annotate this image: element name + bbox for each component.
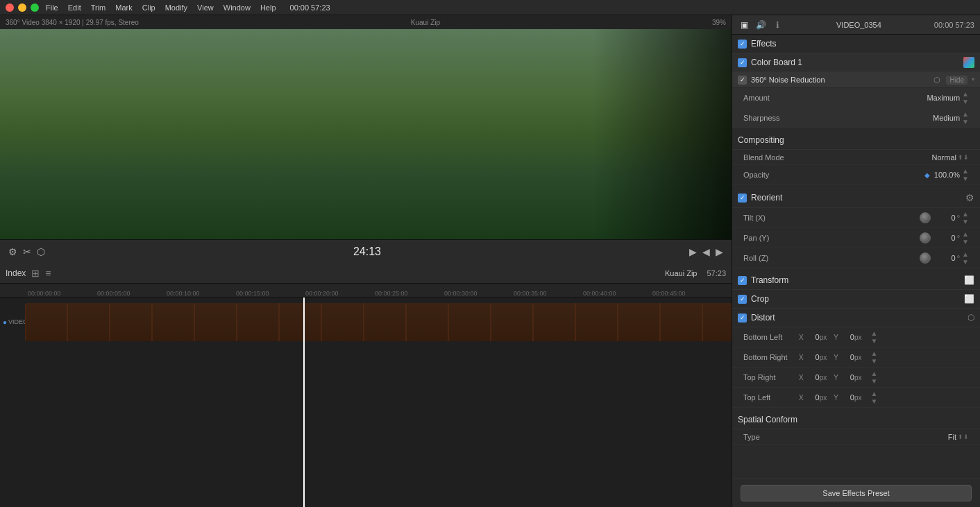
bottom-left-x-value: 0 [806, 333, 820, 341]
crop-icon[interactable]: ⬜ [964, 294, 974, 304]
video-area: 360° Video 3840 × 1920 | 29.97 fps, Ster… [0, 15, 732, 507]
spatial-conform-section-header: Spatial Conform [732, 411, 980, 429]
timeline-list-icon[interactable]: ≡ [45, 268, 51, 279]
distort-checkbox[interactable] [738, 313, 747, 323]
menu-item-window[interactable]: Window [223, 3, 251, 12]
distort-icon[interactable]: ⬡ [968, 313, 974, 323]
titlebar: File Edit Trim Mark Clip Modify View Win… [0, 0, 980, 15]
inspector-audio-icon[interactable]: 🔊 [754, 19, 767, 31]
color-board-checkbox[interactable] [738, 58, 747, 67]
blend-mode-row: Blend Mode Normal ⬆⬇ [732, 150, 980, 165]
noise-reduction-checkbox[interactable] [738, 76, 747, 85]
spatial-conform-title: Spatial Conform [738, 415, 974, 424]
ruler-tick-6: 00:00:30:00 [444, 290, 478, 297]
minimize-button[interactable] [18, 3, 26, 12]
menu-item-view[interactable]: View [197, 3, 214, 12]
video-track[interactable] [25, 303, 732, 341]
timeline-clip-name: Kuaui Zip [665, 269, 697, 277]
compositing-title: Compositing [738, 135, 974, 145]
top-right-y-label: Y [834, 374, 838, 381]
top-right-row: Top Right X 0 px Y 0 px ▲▼ [732, 368, 980, 388]
main-timecode: 00:00 57:23 [290, 3, 330, 12]
bottom-right-stepper[interactable]: ▲▼ [870, 350, 877, 365]
reorient-settings-icon[interactable]: ⚙ [965, 192, 974, 203]
inspector-video-icon[interactable]: ▣ [738, 19, 750, 31]
top-left-x-unit: px [820, 394, 827, 402]
amount-value: Maximum [918, 94, 960, 102]
menu-item-clip[interactable]: Clip [142, 3, 155, 12]
timeline-track-area[interactable]: ● VIDEO_0354 [0, 298, 732, 508]
pan-knob[interactable] [920, 232, 931, 243]
menu-item-file[interactable]: File [46, 3, 58, 12]
menu-item-help[interactable]: Help [260, 3, 276, 12]
timeline-header: Index ⊞ ≡ Kuaui Zip 57:23 [0, 264, 732, 284]
noise-reduction-expand-icon[interactable]: ▾ [972, 77, 974, 83]
top-left-row: Top Left X 0 px Y 0 px ▲▼ [732, 388, 980, 408]
inspector-body[interactable]: Effects Color Board 1 360° Noise Reducti… [732, 35, 980, 479]
crop-title: Crop [751, 294, 960, 304]
fullscreen-button[interactable] [31, 3, 39, 12]
video-background [0, 29, 732, 239]
noise-reduction-row: 360° Noise Reduction ⬡ Hide ▾ [732, 72, 980, 88]
top-left-x-label: X [799, 394, 804, 402]
menu-item-mark[interactable]: Mark [115, 3, 132, 12]
roll-knob[interactable] [920, 252, 931, 264]
top-left-y-unit: px [854, 394, 862, 402]
settings-icon[interactable]: ⚙ [8, 246, 17, 257]
ruler-tick-5: 00:00:25:00 [375, 290, 408, 297]
menu-item-modify[interactable]: Modify [165, 3, 187, 12]
distort-section-header: Distort ⬡ [732, 309, 980, 327]
timeline-grid-icon[interactable]: ⊞ [31, 268, 40, 279]
inspector-info-icon[interactable]: ℹ [771, 19, 784, 31]
compositing-section-header: Compositing [732, 131, 980, 150]
transform-ctrl-icon[interactable]: ⬡ [37, 246, 45, 257]
pan-stepper[interactable]: ▲▼ [962, 230, 969, 246]
play-button[interactable]: ▶ [689, 246, 697, 257]
tilt-stepper[interactable]: ▲▼ [962, 210, 969, 225]
transform-icon[interactable]: ⬜ [964, 275, 974, 285]
sharpness-label: Sharpness [743, 114, 918, 122]
blend-mode-value[interactable]: Normal ⬆⬇ [932, 153, 969, 162]
menu-item-trim[interactable]: Trim [91, 3, 106, 12]
top-right-x-label: X [799, 374, 804, 381]
noise-reduction-screen-icon: ⬡ [932, 75, 942, 85]
clip-name-display: Kuaui Zip [411, 19, 440, 26]
noise-reduction-hide-button[interactable]: Hide [946, 76, 968, 85]
nav-right-icon[interactable]: ▶ [716, 246, 723, 257]
top-left-stepper[interactable]: ▲▼ [870, 390, 877, 405]
type-value[interactable]: Fit ⬆⬇ [948, 433, 969, 441]
crop-checkbox[interactable] [738, 295, 747, 304]
effects-title: Effects [751, 39, 974, 49]
bottom-left-stepper[interactable]: ▲▼ [870, 329, 877, 345]
nav-left-icon[interactable]: ◀ [702, 246, 710, 257]
menu-item-edit[interactable]: Edit [68, 3, 81, 12]
opacity-row: Opacity ◆ 100.0 % ▲▼ [732, 165, 980, 185]
clip-icon[interactable]: ✂ [23, 246, 31, 257]
roll-stepper[interactable]: ▲▼ [962, 250, 969, 266]
reorient-checkbox[interactable] [738, 194, 747, 203]
blend-mode-label: Blend Mode [743, 153, 932, 162]
inspector-icons: ▣ 🔊 ℹ [738, 19, 784, 31]
top-left-x-value: 0 [806, 393, 820, 402]
sharpness-value: Medium [918, 114, 960, 122]
video-overlay [593, 29, 732, 239]
transform-checkbox[interactable] [738, 276, 747, 285]
track-dot-icon: ● [3, 318, 7, 326]
amount-stepper[interactable]: ▲▼ [962, 90, 969, 105]
bottom-left-y-unit: px [854, 334, 862, 341]
ruler-tick-4: 00:00:20:00 [305, 290, 339, 297]
opacity-stepper[interactable]: ▲▼ [962, 167, 969, 182]
close-button[interactable] [6, 3, 14, 12]
tilt-knob[interactable] [920, 212, 931, 223]
bottom-left-y-label: Y [834, 334, 838, 341]
opacity-keyframe-icon[interactable]: ◆ [924, 171, 930, 179]
top-right-stepper[interactable]: ▲▼ [870, 370, 877, 385]
ruler-tick-9: 00:00:45:00 [652, 290, 686, 297]
timeline-clip-timecode: 57:23 [707, 269, 726, 277]
bottom-left-y-value: 0 [840, 333, 854, 341]
effects-checkbox[interactable] [738, 40, 747, 49]
top-left-y-value: 0 [840, 393, 854, 402]
save-effects-preset-button[interactable]: Save Effects Preset [741, 485, 972, 501]
video-info-bar: 360° Video 3840 × 1920 | 29.97 fps, Ster… [0, 15, 732, 29]
sharpness-stepper[interactable]: ▲▼ [962, 110, 969, 126]
